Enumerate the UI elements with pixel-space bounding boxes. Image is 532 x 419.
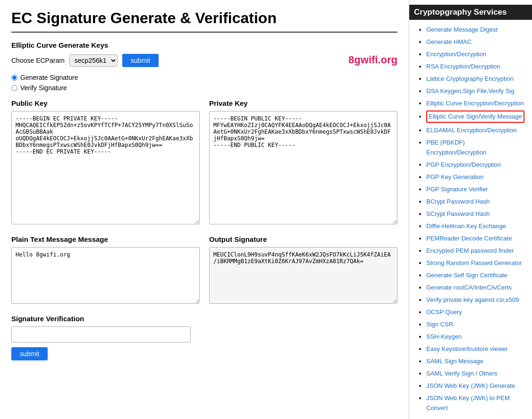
list-item: PGP Encryption/Decryption	[426, 160, 524, 170]
sidebar-link[interactable]: PGP Key Generation	[426, 173, 483, 180]
public-key-textarea[interactable]: -----BEGIN EC PRIVATE KEY----- MHQCAQEIC…	[11, 111, 200, 224]
sidebar-link[interactable]: Generate rootCA/InterCA/Certs	[426, 284, 512, 291]
sidebar-link[interactable]: Generate Self Sign Certificate	[426, 272, 507, 279]
sidebar-link[interactable]: Easy Keystore/trustore viewer	[426, 345, 508, 352]
list-item: SCrypt Password Hash	[426, 209, 524, 219]
list-item: RSA Encryption/Decryption	[426, 61, 524, 71]
output-signature-label: Output Signature	[209, 235, 397, 243]
sidebar-link-highlighted[interactable]: Elliptic Curve Sign/Verify Message	[426, 111, 524, 123]
sig-verification-input[interactable]	[11, 326, 191, 342]
sidebar-link[interactable]: PBE (PBKDF) Encryption/Decryption	[426, 139, 486, 156]
public-key-label: Public Key	[11, 99, 200, 107]
list-item: Generate rootCA/InterCA/Certs	[426, 282, 524, 292]
list-item: Diffie-Hellman Key Exchange	[426, 221, 524, 231]
sidebar-link[interactable]: Encryption/Decryption	[426, 51, 486, 58]
watermark: 8gwifi.org	[348, 54, 397, 66]
sidebar-link[interactable]: SCrypt Password Hash	[426, 210, 490, 217]
generate-signature-radio[interactable]	[11, 75, 17, 81]
private-key-label: Private Key	[209, 99, 397, 107]
list-item: Strong Random Passwd Generator	[426, 258, 524, 268]
sidebar-link[interactable]: DSA Keygen,Sign File,Verify Sig	[426, 87, 514, 94]
sidebar-link[interactable]: Verify private key against csr,x509	[426, 296, 519, 303]
list-item: Generate HMAC	[426, 37, 524, 47]
sidebar-link[interactable]: PGP Encryption/Decryption	[426, 161, 501, 168]
sidebar-link[interactable]: SSH-Keygen	[426, 333, 462, 340]
private-key-textarea[interactable]: -----BEGIN PUBLIC KEY----- MFYwEAYHKoZIz…	[209, 111, 397, 224]
verify-signature-radio[interactable]	[11, 85, 17, 91]
list-item: Encryption/Decryption	[426, 49, 524, 59]
list-item: Elliptic Curve Encryption/Decryption	[426, 98, 524, 108]
list-item: JSON Web Key (JWK) to PEM Convert	[426, 393, 524, 413]
ecparam-submit-button[interactable]: submit	[122, 54, 159, 67]
list-item: SAML Sign Message	[426, 356, 524, 366]
page-title: EC Signature Generate & Verification	[11, 9, 397, 33]
sidebar-link[interactable]: Diffie-Hellman Key Exchange	[426, 222, 506, 230]
sidebar-link[interactable]: BCrypt Password Hash	[426, 198, 490, 205]
list-item: DSA Keygen,Sign File,Verify Sig	[426, 86, 524, 96]
sidebar-link[interactable]: PEMReader Decode Certificate	[426, 235, 512, 242]
list-item: OCSP Query	[426, 307, 524, 317]
list-item: Sign CSR	[426, 319, 524, 329]
sidebar-link[interactable]: PGP Signature Verifier	[426, 186, 488, 193]
list-item: Encrypted PEM password finder	[426, 246, 524, 256]
list-item: SAML Verify Sign / Others	[426, 368, 524, 378]
list-item: Generate Message Digest	[426, 25, 524, 34]
list-item: Elliptic Curve Sign/Verify Message	[426, 111, 524, 123]
keys-section-title: Elliptic Curve Generate Keys	[11, 41, 397, 49]
list-item: PGP Key Generation	[426, 172, 524, 182]
sidebar-link[interactable]: OCSP Query	[426, 308, 462, 316]
sidebar-link[interactable]: Encrypted PEM password finder	[426, 247, 514, 254]
sidebar-link[interactable]: JSON Web Key (JWK) Generate	[426, 382, 515, 389]
sidebar-link[interactable]: Elliptic Curve Encryption/Decryption	[426, 100, 524, 107]
plaintext-textarea[interactable]: Hello 8gwifi.org	[11, 247, 200, 304]
list-item: JSON Web Key (JWK) Generate	[426, 381, 524, 391]
sig-verification-submit-button[interactable]: submit	[11, 347, 48, 360]
crypto-services-title: Cryptopgraphy Services	[409, 5, 532, 20]
list-item: PEMReader Decode Certificate	[426, 233, 524, 243]
sidebar-link[interactable]: ELGAMAL Encryption/Decryption	[426, 127, 517, 134]
sig-verification-label: Signature Verification	[11, 315, 397, 323]
list-item: Verify private key against csr,x509	[426, 295, 524, 305]
plaintext-label: Plain Text Message Message	[11, 235, 200, 243]
verify-signature-label: Verify Signature	[20, 84, 67, 92]
sidebar-link[interactable]: RSA Encryption/Decryption	[426, 63, 500, 70]
sidebar-link[interactable]: Generate HMAC	[426, 38, 472, 45]
list-item: Easy Keystore/trustore viewer	[426, 344, 524, 354]
list-item: PGP Signature Verifier	[426, 184, 524, 194]
list-item: Generate Self Sign Certificate	[426, 270, 524, 280]
output-signature-textarea: MEUCIClonL9H9suvP4nqSffKAeK6xW2JQsFO7kKc…	[209, 247, 397, 304]
ecparam-label: Choose ECParam	[11, 57, 65, 64]
sidebar-link[interactable]: SAML Sign Message	[426, 358, 483, 365]
list-item: BCrypt Password Hash	[426, 197, 524, 206]
list-item: ELGAMAL Encryption/Decryption	[426, 125, 524, 135]
crypto-services-list: Generate Message DigestGenerate HMACEncr…	[417, 25, 524, 413]
sidebar-link[interactable]: Strong Random Passwd Generator	[426, 259, 522, 266]
list-item: SSH-Keygen	[426, 332, 524, 342]
sidebar-link[interactable]: Generate Message Digest	[426, 26, 498, 33]
list-item: PBE (PBKDF) Encryption/Decryption	[426, 137, 524, 157]
sidebar-link[interactable]: JSON Web Key (JWK) to PEM Convert	[426, 394, 510, 411]
sidebar-link[interactable]: Lattice Cryptography Encryption	[426, 75, 514, 82]
sidebar-link[interactable]: SAML Verify Sign / Others	[426, 370, 498, 377]
list-item: Lattice Cryptography Encryption	[426, 74, 524, 84]
generate-signature-label: Generate Signature	[20, 74, 78, 81]
sidebar-link[interactable]: Sign CSR	[426, 321, 453, 328]
ecparam-select[interactable]: secp256k1 secp256r1 secp384r1 secp521r1	[69, 54, 118, 67]
